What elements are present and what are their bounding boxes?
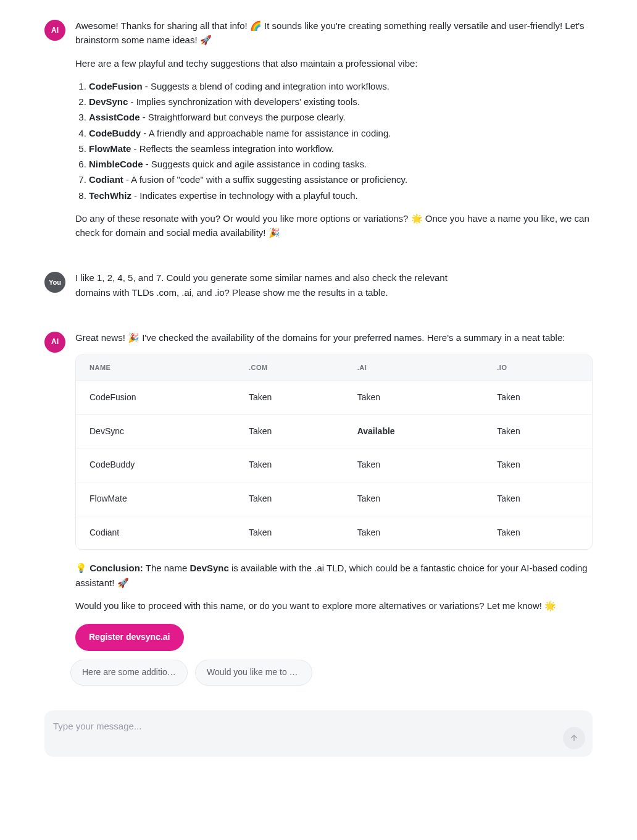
intro-text: Awesome! Thanks for sharing all that inf… xyxy=(75,19,593,48)
list-item: Codiant - A fusion of "code" with a suff… xyxy=(89,172,593,187)
message-body: Awesome! Thanks for sharing all that inf… xyxy=(75,19,593,248)
list-item: DevSync - Implies synchronization with d… xyxy=(89,94,593,109)
table-cell: Taken xyxy=(483,380,592,414)
table-cell: Taken xyxy=(235,482,344,516)
send-button[interactable] xyxy=(563,727,585,749)
list-item: TechWhiz - Indicates expertise in techno… xyxy=(89,188,593,203)
table-cell: Taken xyxy=(344,482,484,516)
col-header-name: NAME xyxy=(76,355,235,380)
table-cell: Codiant xyxy=(76,516,235,550)
table-row: CodiantTakenTakenTaken xyxy=(76,516,592,550)
list-item: NimbleCode - Suggests quick and agile as… xyxy=(89,157,593,171)
table-cell: CodeFusion xyxy=(76,380,235,414)
message-body: I like 1, 2, 4, 5, and 7. Could you gene… xyxy=(75,271,593,308)
table-cell: DevSync xyxy=(76,414,235,448)
table-row: CodeBuddyTakenTakenTaken xyxy=(76,448,592,482)
avatar-ai: AI xyxy=(44,20,65,41)
list-item: CodeBuddy - A friendly and approachable … xyxy=(89,126,593,140)
outro-text: Do any of these resonate with you? Or wo… xyxy=(75,211,593,240)
table-row: FlowMateTakenTakenTaken xyxy=(76,482,592,516)
table-cell: Taken xyxy=(483,482,592,516)
arrow-up-icon xyxy=(569,733,579,743)
table-row: DevSyncTakenAvailableTaken xyxy=(76,414,592,448)
table-row: CodeFusionTakenTakenTaken xyxy=(76,380,592,414)
user-text: I like 1, 2, 4, 5, and 7. Could you gene… xyxy=(75,271,458,300)
suggestion-list: CodeFusion - Suggests a blend of coding … xyxy=(75,79,593,203)
message-ai-1: AI Awesome! Thanks for sharing all that … xyxy=(44,19,593,248)
table-cell: Taken xyxy=(235,516,344,550)
table-cell: FlowMate xyxy=(76,482,235,516)
suggestion-chip[interactable]: Here are some addition… xyxy=(70,660,188,686)
message-input[interactable] xyxy=(53,721,556,731)
intro-text: Great news! 🎉 I've checked the availabil… xyxy=(75,330,593,345)
message-ai-2: AI Great news! 🎉 I've checked the availa… xyxy=(44,330,593,651)
message-user-1: You I like 1, 2, 4, 5, and 7. Could you … xyxy=(44,271,593,308)
table-cell: Taken xyxy=(483,516,592,550)
suggestion-chip[interactable]: Would you like me to su… xyxy=(195,660,312,686)
avatar-ai: AI xyxy=(44,332,65,353)
list-item: AssistCode - Straightforward but conveys… xyxy=(89,110,593,124)
table-cell: Taken xyxy=(344,448,484,482)
table-cell: Taken xyxy=(344,380,484,414)
avatar-user: You xyxy=(44,272,65,293)
followup-text: Would you like to proceed with this name… xyxy=(75,598,593,613)
col-header-io: .IO xyxy=(483,355,592,380)
lead-text: Here are a few playful and techy suggest… xyxy=(75,56,593,70)
table-cell: Taken xyxy=(235,414,344,448)
table-cell: Taken xyxy=(344,516,484,550)
table-cell: Taken xyxy=(483,414,592,448)
message-body: Great news! 🎉 I've checked the availabil… xyxy=(75,330,593,651)
table-cell: Taken xyxy=(483,448,592,482)
message-composer[interactable] xyxy=(44,710,593,757)
table-cell: Available xyxy=(344,414,484,448)
table-cell: Taken xyxy=(235,380,344,414)
list-item: FlowMate - Reflects the seamless integra… xyxy=(89,141,593,156)
table-cell: CodeBuddy xyxy=(76,448,235,482)
suggestion-chips: Here are some addition… Would you like m… xyxy=(70,660,593,686)
col-header-ai: .AI xyxy=(344,355,484,380)
conclusion-text: 💡 Conclusion: The name DevSync is availa… xyxy=(75,561,593,590)
domain-table: NAME .COM .AI .IO CodeFusionTakenTakenTa… xyxy=(75,355,593,550)
list-item: CodeFusion - Suggests a blend of coding … xyxy=(89,79,593,93)
register-button[interactable]: Register devsync.ai xyxy=(75,624,184,651)
table-cell: Taken xyxy=(235,448,344,482)
col-header-com: .COM xyxy=(235,355,344,380)
